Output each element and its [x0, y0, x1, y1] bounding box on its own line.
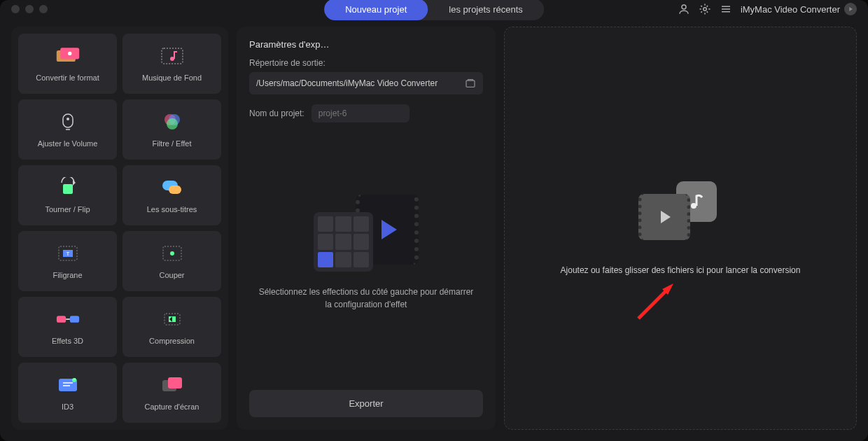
export-settings-title: Paramètres d'exp… — [249, 39, 483, 50]
tool-rotate-flip[interactable]: Tourner / Flip — [18, 165, 117, 225]
app-logo-icon — [844, 3, 857, 15]
svg-point-20 — [170, 251, 174, 255]
tool-label: Tourner / Flip — [45, 205, 90, 214]
tool-label: Capture d'écran — [145, 402, 200, 411]
svg-point-11 — [167, 118, 178, 130]
project-name-label: Nom du projet: — [249, 108, 304, 118]
tool-id3[interactable]: ID3 — [18, 363, 117, 423]
tool-3d-effects[interactable]: Effets 3D — [18, 297, 117, 357]
export-button[interactable]: Exporter — [249, 390, 483, 417]
app-title: iMyMac Video Converter — [741, 3, 857, 15]
svg-point-29 — [72, 378, 76, 382]
tool-filter-effect[interactable]: Filtre / Effet — [122, 99, 221, 160]
app-name-label: iMyMac Video Converter — [741, 4, 840, 15]
tab-new-project[interactable]: Nouveau projet — [324, 0, 428, 20]
project-tabs: Nouveau projet les projets récents — [324, 0, 544, 20]
effect-graphic-icon — [314, 195, 419, 272]
tool-convert-format[interactable]: Convertir le format — [18, 34, 117, 94]
tool-subtitles[interactable]: Les sous-titres — [122, 165, 221, 225]
tool-label: ID3 — [62, 402, 74, 411]
svg-marker-2 — [849, 7, 853, 11]
tool-screenshot[interactable]: Capture d'écran — [122, 363, 221, 423]
annotation-arrow-icon — [631, 276, 680, 326]
svg-point-5 — [68, 52, 71, 55]
id3-tag-icon — [55, 374, 80, 396]
drop-zone[interactable]: Ajoutez ou faites glisser des fichiers i… — [504, 27, 857, 430]
traffic-lights — [11, 5, 48, 13]
minimize-window-icon[interactable] — [25, 5, 34, 13]
svg-point-8 — [66, 118, 69, 120]
svg-rect-15 — [169, 186, 181, 194]
tool-adjust-volume[interactable]: Ajuster le Volume — [18, 99, 117, 160]
svg-point-1 — [704, 8, 707, 11]
tool-label: Filigrane — [52, 271, 82, 279]
tool-label: Filtre / Effet — [152, 139, 191, 148]
maximize-window-icon[interactable] — [39, 5, 48, 13]
tools-sidebar: Convertir le format Musique de Fond Ajus… — [11, 27, 228, 430]
tool-label: Les sous-titres — [147, 205, 197, 214]
svg-marker-35 — [662, 284, 673, 295]
browse-folder-icon[interactable] — [465, 78, 476, 89]
tool-label: Couper — [159, 271, 184, 279]
svg-rect-32 — [466, 80, 475, 87]
drop-zone-icon — [638, 181, 722, 244]
tool-label: Compression — [149, 337, 195, 345]
user-icon[interactable] — [678, 3, 690, 15]
filter-icon — [160, 111, 185, 132]
convert-format-icon — [55, 46, 80, 66]
subtitles-icon — [160, 177, 185, 198]
tab-recent-projects[interactable]: les projets récents — [428, 0, 544, 20]
svg-text:T: T — [66, 251, 69, 257]
screenshot-icon — [160, 374, 185, 396]
titlebar-actions: iMyMac Video Converter — [678, 3, 857, 15]
svg-rect-31 — [168, 377, 182, 388]
settings-icon[interactable] — [699, 3, 711, 15]
tool-cut[interactable]: Couper — [122, 231, 221, 291]
cut-icon — [160, 243, 185, 264]
svg-rect-6 — [162, 48, 183, 64]
tool-compression[interactable]: Compression — [122, 297, 221, 357]
tool-background-music[interactable]: Musique de Fond — [122, 34, 221, 94]
svg-rect-22 — [69, 316, 78, 322]
menu-icon[interactable] — [720, 3, 732, 15]
music-icon — [160, 46, 185, 66]
output-dir-label: Répertoire de sortie: — [249, 58, 483, 68]
tool-label: Ajuster le Volume — [38, 139, 98, 148]
effect-placeholder: Sélectionnez les effections du côté gauc… — [249, 122, 483, 383]
rotate-icon — [55, 177, 80, 198]
project-name-input[interactable] — [312, 104, 410, 122]
tool-watermark[interactable]: T Filigrane — [18, 231, 117, 291]
effect-hint-text: Sélectionnez les effections du côté gauc… — [249, 286, 483, 311]
app-window: Nouveau projet les projets récents iMyMa… — [0, 0, 868, 441]
watermark-icon: T — [55, 243, 80, 264]
svg-point-0 — [682, 5, 686, 9]
compression-icon — [160, 309, 185, 330]
tool-label: Convertir le format — [36, 74, 99, 82]
close-window-icon[interactable] — [11, 5, 20, 13]
titlebar: Nouveau projet les projets récents iMyMa… — [0, 0, 868, 18]
output-dir-field[interactable]: /Users/mac/Documents/iMyMac Video Conver… — [249, 72, 483, 94]
3d-glasses-icon — [55, 309, 80, 330]
export-panel: Paramètres d'exp… Répertoire de sortie: … — [237, 27, 496, 430]
main-content: Convertir le format Musique de Fond Ajus… — [0, 18, 868, 441]
svg-rect-21 — [56, 316, 65, 322]
tool-label: Effets 3D — [52, 337, 83, 345]
tool-label: Musique de Fond — [142, 74, 202, 82]
svg-rect-12 — [63, 184, 73, 194]
volume-icon — [55, 111, 80, 132]
drop-zone-hint: Ajoutez ou faites glisser des fichiers i… — [547, 265, 815, 275]
svg-line-34 — [638, 287, 670, 318]
output-dir-value: /Users/mac/Documents/iMyMac Video Conver… — [256, 78, 459, 88]
